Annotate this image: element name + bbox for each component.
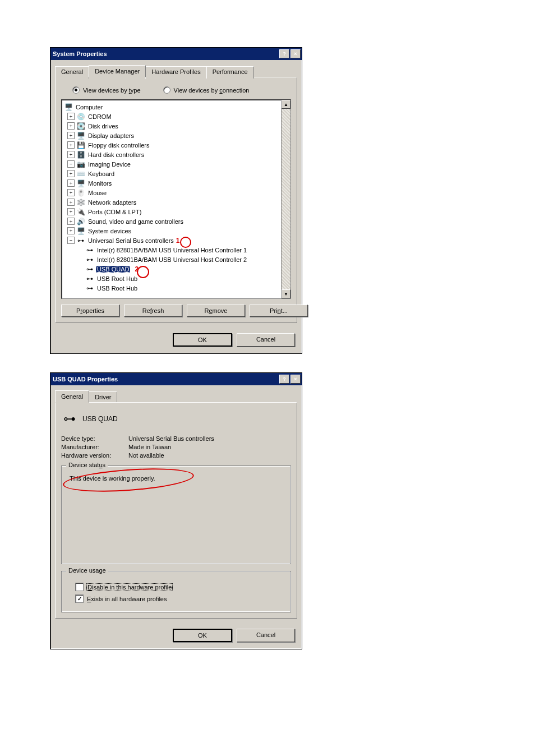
collapse-icon[interactable]: − [67,237,75,244]
tab-general[interactable]: General [55,390,89,403]
radio-view-by-type[interactable]: View devices by type [72,86,141,94]
tab-hardware-profiles[interactable]: Hardware Profiles [145,66,206,79]
manufacturer-label: Manufacturer: [61,444,128,450]
expand-icon[interactable]: + [67,179,75,187]
expand-icon[interactable]: + [67,227,75,234]
disk-icon: 💽 [76,122,85,130]
tab-device-manager[interactable]: Device Manager [89,65,146,77]
tree-item-label: Sound, video and game controllers [87,218,185,225]
tree-item[interactable]: + ⌨️ Keyboard [64,169,289,178]
tree-item[interactable]: + 🖥️ Monitors [64,178,289,188]
device-type-row: Device type: Universal Serial Bus contro… [61,435,291,442]
tree-item[interactable]: + 🖱️ Mouse [64,188,289,197]
tree-item[interactable]: + 💿 CDROM [64,112,289,121]
scroll-up-icon[interactable]: ▲ [282,100,290,109]
help-button[interactable]: ? [279,375,289,384]
expand-icon[interactable]: + [67,122,75,130]
tree-subitem[interactable]: ⊶ USB Root Hub [64,283,289,293]
tree-item[interactable]: − 📷 Imaging Device [64,159,289,169]
help-button[interactable]: ? [279,49,289,58]
tree-item-label: USB Root Hub [96,285,139,292]
ok-button[interactable]: OK [173,629,232,642]
expand-icon[interactable]: + [67,132,75,139]
tree-item[interactable]: + 🔌 Ports (COM & LPT) [64,207,289,216]
tree-item[interactable]: + 🔊 Sound, video and game controllers [64,216,289,226]
tree-item-label: Intel(r) 82801BA/BAM USB Universal Host … [96,256,248,263]
usb-icon: ⊶ [85,256,94,264]
device-usage-group: Device usage Disable in this hardware pr… [61,571,291,612]
tree-item-label: Monitors [87,180,113,187]
scroll-down-icon[interactable]: ▼ [282,289,290,298]
network-icon: 🕸️ [76,199,85,206]
tree-item[interactable]: + 🖥️ System devices [64,226,289,236]
titlebar-buttons: ? × [278,49,301,58]
checkbox-disable[interactable] [75,583,84,591]
collapse-icon[interactable]: − [67,160,75,168]
expand-icon[interactable]: + [67,199,75,206]
tree-root-label: Computer [75,104,104,110]
titlebar-buttons: ? × [278,375,301,384]
expand-icon[interactable]: + [67,208,75,215]
tab-general[interactable]: General [55,66,89,79]
device-status-text: This device is working properly. [67,474,285,555]
manufacturer-row: Manufacturer: Made in Taiwan [61,444,291,450]
titlebar-title: USB QUAD Properties [53,376,118,382]
disable-profile-row[interactable]: Disable in this hardware profile [75,583,285,591]
hardware-version-value: Not available [128,452,164,459]
expand-icon[interactable]: + [67,151,75,158]
tree-root[interactable]: 🖥️ Computer [64,102,289,112]
tabpage-device-manager: View devices by type View devices by con… [55,77,297,323]
cancel-button[interactable]: Cancel [237,629,295,642]
expand-icon[interactable]: + [67,189,75,196]
close-button[interactable]: × [290,49,301,58]
tab-performance[interactable]: Performance [206,66,254,79]
cancel-button[interactable]: Cancel [237,333,295,347]
monitor-icon: 🖥️ [76,179,85,187]
exists-profiles-row[interactable]: ✓ Exists in all hardware profiles [75,594,285,603]
tree-subitem[interactable]: ⊶ Intel(r) 82801BA/BAM USB Universal Hos… [64,245,289,255]
tree-item-label: System devices [87,228,132,234]
checkbox-exists[interactable]: ✓ [75,594,84,603]
expand-icon[interactable]: + [67,218,75,225]
device-tree[interactable]: 🖥️ Computer + 💿 CDROM + 💽 Disk drives [61,99,291,299]
titlebar-title: System Properties [53,50,107,57]
manufacturer-value: Made in Taiwan [128,444,171,450]
tree-item[interactable]: + 🗄️ Hard disk controllers [64,150,289,159]
usb-icon: ⊶ [85,246,94,254]
tree-item-label: Hard disk controllers [87,151,145,158]
tree-item-label: Intel(r) 82801BA/BAM USB Universal Host … [96,247,248,253]
tree-item[interactable]: + 💽 Disk drives [64,121,289,131]
ok-button[interactable]: OK [173,333,232,347]
close-button[interactable]: × [290,375,301,384]
tree-subitem-usb-quad[interactable]: ⊶ USB QUAD 2 [64,264,289,274]
usb-quad-properties-dialog: USB QUAD Properties ? × General Driver ⊶… [50,372,302,649]
system-icon: 🖥️ [76,227,85,235]
tree-item-label: Network adapters [87,199,137,206]
titlebar: System Properties ? × [50,48,302,60]
tree-item-usb-controllers[interactable]: − ⊶ Universal Serial Bus controllers 1 [64,236,289,245]
tree-item[interactable]: + 🕸️ Network adapters [64,197,289,207]
tree-item-label: Disk drives [87,123,119,130]
expand-icon[interactable]: + [67,141,75,149]
expand-icon[interactable]: + [67,170,75,177]
dialog-footer: OK Cancel [50,623,302,649]
properties-button[interactable]: Properties [61,305,119,317]
radio-view-by-connection[interactable]: View devices by connection [163,86,250,94]
tree-item[interactable]: + 🖥️ Display adapters [64,131,289,140]
tree-subitem[interactable]: ⊶ Intel(r) 82801BA/BAM USB Universal Hos… [64,255,289,264]
sound-icon: 🔊 [76,218,85,225]
view-mode-group: View devices by type View devices by con… [72,86,285,94]
tree-subitem[interactable]: ⊶ USB Root Hub [64,274,289,283]
tree-item[interactable]: + 💾 Floppy disk controllers [64,140,289,150]
remove-button[interactable]: Remove [187,305,245,317]
vertical-scrollbar[interactable]: ▲ ▼ [281,100,290,298]
tree-item-label: Floppy disk controllers [87,142,150,149]
expand-icon[interactable]: + [67,113,75,120]
tree-item-label-selected: USB QUAD [96,266,130,273]
ports-icon: 🔌 [76,208,85,216]
radio-circle-icon [72,86,80,94]
print-button[interactable]: Print... [250,305,308,317]
display-icon: 🖥️ [76,132,85,140]
refresh-button[interactable]: Refresh [124,305,182,317]
annotation-one: 1 [176,237,180,245]
